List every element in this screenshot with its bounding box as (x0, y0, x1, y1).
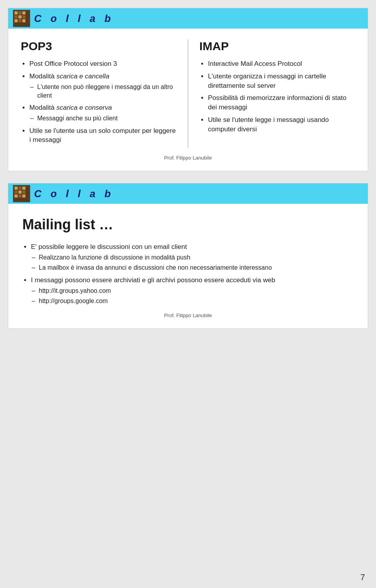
list-item: E' possibile leggere le discussioni con … (22, 242, 354, 272)
mailing-list-title: Mailing list … (22, 216, 354, 233)
list-item: Realizzano la funzione di discussione in… (31, 253, 354, 262)
slide-2: C o l l a b Mailing list … E' possibile … (8, 183, 368, 329)
list-item: L'utente non può rileggere i messaggi da… (29, 83, 177, 100)
svg-rect-5 (14, 15, 18, 18)
svg-rect-2 (14, 11, 18, 15)
svg-rect-4 (22, 11, 25, 15)
page-number: 7 (360, 572, 365, 583)
list-item: http://it.groups.yahoo.com (31, 287, 354, 295)
imap-bullet-list: Interactive Mail Access Protocol L'utent… (199, 59, 355, 134)
list-item: Utile se l'utente usa un solo computer p… (21, 126, 177, 145)
slide-1-footer: Prof. Filippo Lanubile (21, 155, 355, 163)
svg-rect-14 (18, 187, 22, 190)
svg-rect-9 (18, 19, 22, 22)
svg-rect-13 (14, 187, 18, 190)
svg-rect-17 (18, 191, 22, 194)
svg-rect-20 (18, 194, 22, 198)
sub-list: L'utente non può rileggere i messaggi da… (29, 83, 177, 100)
collab-logo-icon (13, 10, 30, 27)
left-column: POP3 Post Office Protocol version 3 Moda… (21, 40, 177, 148)
svg-rect-3 (18, 11, 22, 15)
svg-rect-19 (14, 194, 18, 198)
svg-rect-10 (22, 19, 25, 22)
list-item: Messaggi anche su più client (29, 114, 177, 123)
sub-list: http://it.groups.yahoo.com http://groups… (31, 287, 354, 306)
slide-2-content: Mailing list … E' possibile leggere le d… (8, 204, 368, 328)
imap-title: IMAP (199, 40, 355, 53)
svg-rect-18 (22, 191, 25, 194)
list-item: La mailbox è invasa da annunci e discuss… (31, 263, 354, 272)
svg-rect-15 (22, 187, 25, 190)
list-item: http://groups.google.com (31, 297, 354, 305)
collab-brand-text-1: C o l l a b (34, 13, 114, 25)
svg-rect-8 (14, 19, 18, 22)
slide-1-content: POP3 Post Office Protocol version 3 Moda… (8, 29, 368, 171)
sub-list: Realizzano la funzione di discussione in… (31, 253, 354, 272)
pop3-bullet-list: Post Office Protocol version 3 Modalità … (21, 59, 177, 145)
list-item: Interactive Mail Access Protocol (199, 59, 355, 69)
list-item: Utile se l'utente legge i messaggi usand… (199, 115, 355, 134)
list-item: L'utente organizza i messaggi in cartell… (199, 72, 355, 91)
mailing-list-bullets: E' possibile leggere le discussioni con … (22, 242, 354, 305)
slide-1-header: C o l l a b (8, 8, 368, 29)
right-column: IMAP Interactive Mail Access Protocol L'… (199, 40, 355, 148)
column-divider (188, 40, 188, 148)
slide-2-header: C o l l a b (8, 183, 368, 204)
svg-rect-6 (18, 15, 22, 18)
two-column-layout: POP3 Post Office Protocol version 3 Moda… (21, 40, 355, 148)
sub-list: Messaggi anche su più client (29, 114, 177, 123)
collab-logo-icon-2 (13, 185, 30, 202)
italic-span: scarica e conserva (56, 104, 112, 111)
italic-span: scarica e cancella (56, 73, 109, 80)
collab-brand-text-2: C o l l a b (34, 188, 114, 200)
svg-rect-7 (22, 15, 25, 18)
list-item: Modalità scarica e cancella L'utente non… (21, 72, 177, 100)
pop3-title: POP3 (21, 40, 177, 53)
list-item: I messaggi possono essere archiviati e g… (22, 276, 354, 306)
page-container: C o l l a b POP3 Post Office Protocol ve… (0, 0, 376, 588)
svg-rect-21 (22, 194, 25, 198)
svg-rect-16 (14, 191, 18, 194)
list-item: Post Office Protocol version 3 (21, 59, 177, 69)
slide-2-footer: Prof. Filippo Lanubile (22, 312, 354, 321)
slide-1: C o l l a b POP3 Post Office Protocol ve… (8, 8, 368, 171)
list-item: Possibilità di memorizzare informazioni … (199, 93, 355, 112)
list-item: Modalità scarica e conserva Messaggi anc… (21, 103, 177, 123)
